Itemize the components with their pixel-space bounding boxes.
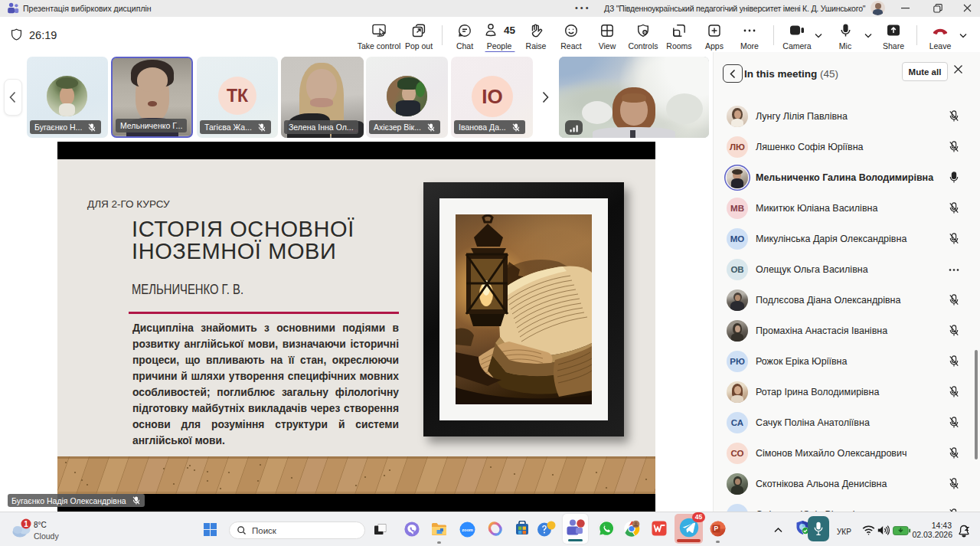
- svg-text:P: P: [714, 525, 718, 532]
- svg-text:zoom: zoom: [462, 528, 473, 532]
- svg-text:1: 1: [24, 520, 28, 528]
